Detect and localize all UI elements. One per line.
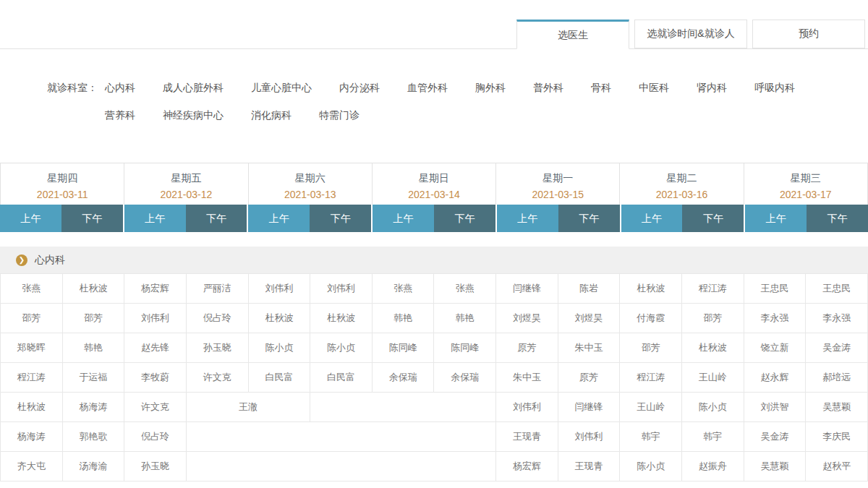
schedule-cell-doctor[interactable]: 李永强 [744, 304, 806, 333]
am-button[interactable]: 上午 [373, 205, 434, 232]
schedule-cell-doctor[interactable]: 杨宏辉 [496, 452, 558, 481]
schedule-cell-doctor[interactable]: 张燕 [372, 274, 434, 304]
am-button[interactable]: 上午 [497, 205, 558, 232]
schedule-cell-doctor[interactable]: 陈小贞 [620, 452, 682, 481]
schedule-cell-doctor[interactable]: 王山岭 [682, 363, 744, 393]
department-link[interactable]: 特需门诊 [319, 108, 359, 121]
schedule-cell-doctor[interactable]: 余保瑞 [372, 363, 434, 393]
schedule-cell-doctor[interactable]: 白民富 [248, 363, 310, 393]
department-link[interactable]: 儿童心脏中心 [251, 81, 312, 94]
department-link[interactable]: 骨科 [591, 81, 611, 94]
schedule-cell-doctor[interactable]: 张燕 [434, 274, 496, 304]
schedule-cell-doctor[interactable]: 韩艳 [372, 304, 434, 333]
schedule-cell-doctor[interactable]: 邵芳 [620, 333, 682, 363]
department-link[interactable]: 成人心脏外科 [163, 81, 224, 94]
schedule-cell-doctor[interactable]: 赵永辉 [744, 363, 806, 393]
schedule-cell-doctor[interactable]: 陈小贞 [248, 333, 310, 363]
schedule-cell-doctor[interactable]: 孙玉晓 [186, 333, 248, 363]
pm-button[interactable]: 下午 [682, 205, 744, 232]
schedule-cell-doctor[interactable]: 陈小贞 [310, 333, 373, 363]
schedule-cell-doctor[interactable]: 杜秋波 [248, 304, 310, 333]
schedule-cell-doctor[interactable]: 杜秋波 [62, 274, 124, 304]
schedule-cell-doctor[interactable]: 刘煜昊 [558, 304, 620, 333]
schedule-cell-doctor[interactable]: 许文克 [124, 393, 187, 422]
schedule-cell-doctor[interactable]: 吴金涛 [744, 422, 806, 452]
schedule-cell-doctor[interactable]: 王现青 [496, 422, 558, 452]
schedule-cell-doctor[interactable]: 朱中玉 [496, 363, 558, 393]
schedule-cell-doctor[interactable]: 韩艳 [62, 333, 124, 363]
tab-select-time-and-patient[interactable]: 选就诊时间&就诊人 [634, 20, 747, 48]
schedule-cell-doctor[interactable]: 原芳 [496, 333, 558, 363]
schedule-cell-doctor[interactable]: 王忠民 [744, 274, 806, 304]
schedule-cell-doctor[interactable]: 王忠民 [806, 274, 868, 304]
schedule-cell-doctor[interactable]: 郝培远 [806, 363, 868, 393]
schedule-cell-doctor[interactable]: 韩宇 [620, 422, 682, 452]
schedule-cell-doctor[interactable]: 许文克 [186, 363, 248, 393]
schedule-cell-doctor[interactable]: 原芳 [558, 363, 620, 393]
department-link[interactable]: 消化病科 [251, 108, 292, 121]
schedule-cell-doctor[interactable]: 刘伟利 [310, 274, 373, 304]
schedule-cell-doctor[interactable]: 付海霞 [620, 304, 682, 333]
department-link[interactable]: 内分泌科 [339, 81, 380, 94]
schedule-cell-doctor[interactable]: 杨宏辉 [124, 274, 187, 304]
schedule-cell-doctor[interactable]: 孙玉晓 [124, 452, 187, 481]
schedule-cell-doctor[interactable]: 陈小贞 [682, 393, 744, 422]
schedule-cell-doctor[interactable]: 闫继锋 [558, 393, 620, 422]
schedule-cell-doctor[interactable]: 闫继锋 [496, 274, 558, 304]
schedule-cell-doctor[interactable]: 齐大屯 [1, 452, 63, 481]
schedule-cell-doctor[interactable]: 赵秋平 [806, 452, 868, 481]
schedule-cell-doctor[interactable]: 李永强 [806, 304, 868, 333]
schedule-cell-doctor[interactable]: 刘伟利 [124, 304, 187, 333]
department-link[interactable]: 血管外科 [407, 81, 448, 94]
department-link[interactable]: 心内科 [105, 81, 135, 94]
schedule-cell-doctor[interactable]: 王山岭 [620, 393, 682, 422]
section-header-cardiology[interactable]: ❯ 心内科 [0, 247, 868, 273]
schedule-cell-doctor[interactable]: 严丽洁 [186, 274, 248, 304]
schedule-cell-doctor[interactable]: 陈同峰 [434, 333, 496, 363]
schedule-cell-doctor[interactable]: 邵芳 [1, 304, 63, 333]
schedule-cell-doctor[interactable]: 于运福 [62, 363, 124, 393]
schedule-cell-doctor[interactable]: 刘煜昊 [496, 304, 558, 333]
tab-reserve[interactable]: 预约 [752, 20, 865, 48]
schedule-cell-doctor[interactable]: 韩宇 [682, 422, 744, 452]
am-button[interactable]: 上午 [124, 205, 186, 232]
schedule-cell-doctor[interactable]: 邵芳 [62, 304, 124, 333]
am-button[interactable]: 上午 [621, 205, 683, 232]
schedule-cell-doctor[interactable]: 王澈 [186, 393, 310, 422]
schedule-cell-doctor[interactable]: 刘洪智 [744, 393, 806, 422]
department-link[interactable]: 营养科 [105, 108, 135, 121]
schedule-cell-doctor[interactable]: 郑晓晖 [1, 333, 63, 363]
schedule-cell-doctor[interactable]: 杨海涛 [62, 393, 124, 422]
schedule-cell-doctor[interactable]: 郭艳歌 [62, 422, 124, 452]
am-button[interactable]: 上午 [248, 205, 310, 232]
schedule-cell-doctor[interactable]: 倪占玲 [124, 422, 187, 452]
schedule-cell-doctor[interactable]: 李牧蔚 [124, 363, 187, 393]
department-link[interactable]: 呼吸内科 [754, 81, 795, 94]
pm-button[interactable]: 下午 [434, 205, 495, 232]
schedule-cell-doctor[interactable]: 邵芳 [682, 304, 744, 333]
schedule-cell-doctor[interactable]: 杜秋波 [1, 393, 63, 422]
schedule-cell-doctor[interactable]: 刘伟利 [496, 393, 558, 422]
schedule-cell-doctor[interactable]: 陈岩 [558, 274, 620, 304]
schedule-cell-doctor[interactable]: 杜秋波 [682, 333, 744, 363]
pm-button[interactable]: 下午 [558, 205, 620, 232]
department-link[interactable]: 肾内科 [697, 81, 727, 94]
schedule-cell-doctor[interactable]: 杜秋波 [310, 304, 373, 333]
department-link[interactable]: 神经疾病中心 [163, 108, 224, 121]
schedule-cell-doctor[interactable]: 吴慧颖 [744, 452, 806, 481]
schedule-cell-doctor[interactable]: 程江涛 [682, 274, 744, 304]
schedule-cell-doctor[interactable]: 余保瑞 [434, 363, 496, 393]
schedule-cell-doctor[interactable]: 倪占玲 [186, 304, 248, 333]
schedule-cell-doctor[interactable]: 韩艳 [434, 304, 496, 333]
schedule-cell-doctor[interactable]: 饶立新 [744, 333, 806, 363]
schedule-cell-doctor[interactable]: 刘伟利 [558, 422, 620, 452]
schedule-cell-doctor[interactable]: 王现青 [558, 452, 620, 481]
tab-select-doctor[interactable]: 选医生 [516, 20, 629, 49]
schedule-cell-doctor[interactable]: 汤海渝 [62, 452, 124, 481]
schedule-cell-doctor[interactable]: 白民富 [310, 363, 373, 393]
pm-button[interactable]: 下午 [310, 205, 371, 232]
pm-button[interactable]: 下午 [61, 205, 123, 232]
department-link[interactable]: 胸外科 [475, 81, 506, 94]
schedule-cell-doctor[interactable]: 朱中玉 [558, 333, 620, 363]
schedule-cell-doctor[interactable]: 陈同峰 [372, 333, 434, 363]
